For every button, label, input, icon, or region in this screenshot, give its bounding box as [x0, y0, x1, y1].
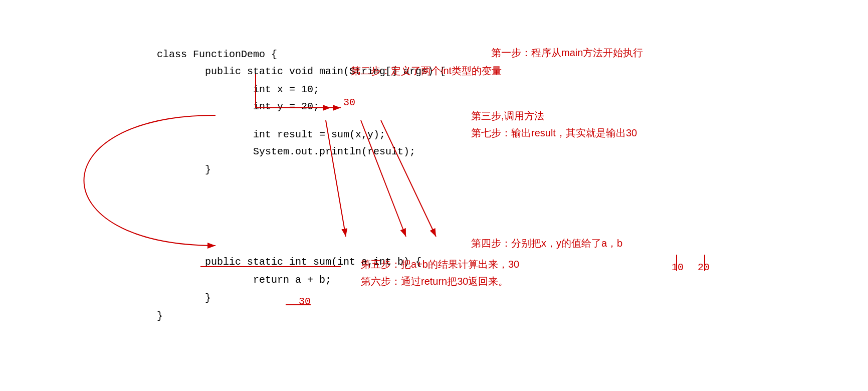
- val30-bottom: 30: [299, 296, 311, 307]
- annotation-step3: 第三步,调用方法: [471, 109, 544, 123]
- annotation-step5: 第五步：把a+b的结果计算出来，30: [361, 258, 519, 271]
- annotation-step4: 第四步：分别把x，y的值给了a，b: [471, 237, 622, 250]
- annotation-step7: 第七步：输出result，其实就是输出30: [471, 126, 637, 140]
- code-line12: }: [133, 291, 163, 342]
- code-line7: }: [133, 144, 211, 196]
- annotation-step1: 第一步：程序从main方法开始执行: [491, 46, 643, 60]
- val30-top: 30: [343, 97, 355, 108]
- val10: 10: [672, 262, 684, 273]
- annotation-step2: 第二步：定义了两个int类型的变量: [351, 64, 502, 78]
- annotation-step6: 第六步：通过return把30返回来。: [361, 275, 509, 288]
- val20: 20: [698, 262, 710, 273]
- canvas: class FunctionDemo { public static void …: [0, 0, 868, 391]
